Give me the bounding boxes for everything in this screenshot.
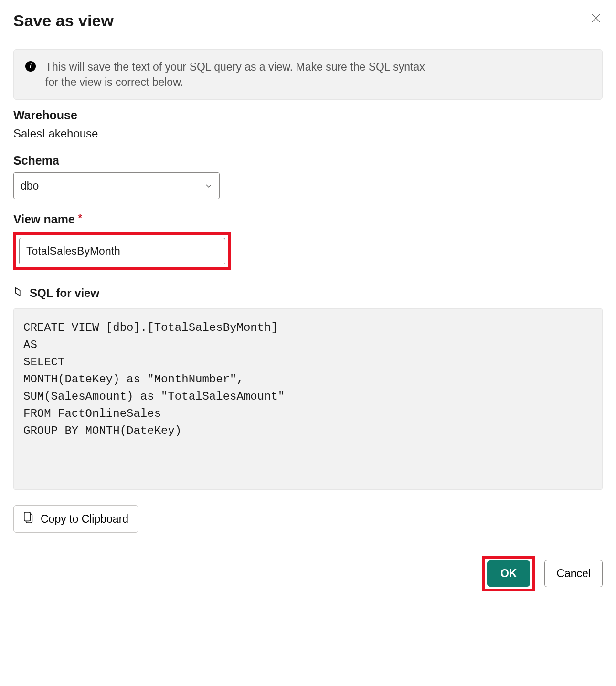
copy-button-label: Copy to Clipboard — [41, 513, 128, 526]
warehouse-value: SalesLakehouse — [13, 127, 603, 140]
chevron-down-icon — [205, 179, 212, 192]
clipboard-icon — [23, 511, 34, 527]
highlight-ok: OK — [482, 556, 535, 591]
highlight-view-name — [13, 232, 231, 270]
dialog-title: Save as view — [13, 11, 114, 30]
view-name-input[interactable] — [19, 238, 225, 264]
info-banner: i This will save the text of your SQL qu… — [13, 49, 603, 100]
sql-code-box[interactable]: CREATE VIEW [dbo].[TotalSalesByMonth] AS… — [13, 308, 603, 490]
cancel-button[interactable]: Cancel — [544, 560, 603, 587]
info-icon: i — [25, 61, 36, 72]
svg-rect-3 — [24, 512, 31, 521]
sql-section-label: SQL for view — [30, 286, 99, 300]
copy-to-clipboard-button[interactable]: Copy to Clipboard — [13, 505, 138, 533]
close-icon — [591, 12, 601, 25]
schema-label: Schema — [13, 154, 603, 168]
sql-icon — [13, 286, 24, 300]
info-text: This will save the text of your SQL quer… — [45, 59, 427, 90]
warehouse-label: Warehouse — [13, 108, 603, 122]
required-asterisk: * — [78, 212, 82, 223]
schema-selected-value: dbo — [21, 179, 39, 192]
view-name-label: View name * — [13, 212, 603, 226]
ok-button[interactable]: OK — [487, 560, 531, 587]
schema-select[interactable]: dbo — [13, 172, 220, 199]
close-button[interactable] — [589, 11, 603, 27]
